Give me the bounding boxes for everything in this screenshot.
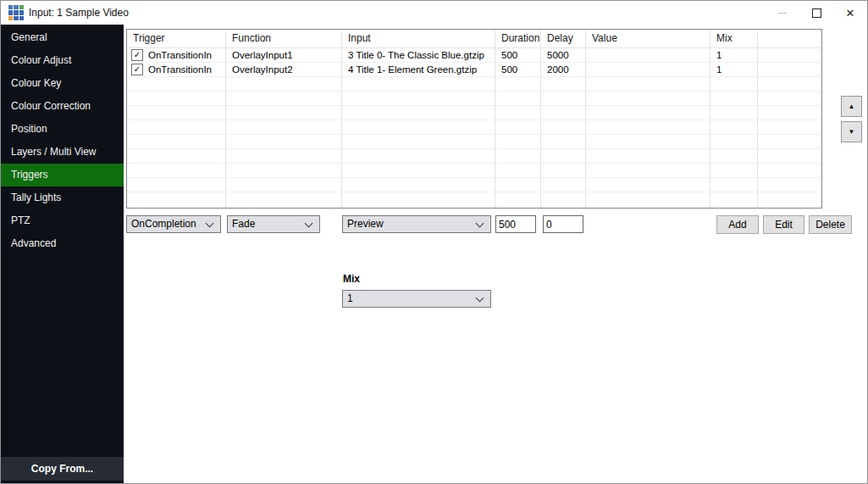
- column-header-trigger: Trigger: [127, 30, 226, 48]
- table-row-empty: [127, 106, 822, 120]
- column-header-duration: Duration: [495, 30, 541, 48]
- table-cell: 500: [495, 48, 541, 63]
- table-cell: [586, 178, 710, 192]
- table-cell: [495, 77, 541, 92]
- table-row-empty: [127, 135, 822, 149]
- table-cell: [342, 192, 495, 207]
- chevron-down-icon: [305, 220, 313, 228]
- move-up-button[interactable]: ▲: [841, 96, 862, 117]
- table-row[interactable]: ✓OnTransitionInOverlayInput24 Title 1- E…: [127, 63, 822, 77]
- table-row-empty: [127, 192, 822, 207]
- column-header-function: Function: [226, 30, 342, 48]
- column-header-delay: Delay: [541, 30, 586, 48]
- chevron-down-icon: [476, 294, 484, 303]
- table-cell: [541, 164, 586, 178]
- triggers-table[interactable]: TriggerFunctionInputDurationDelayValueMi…: [126, 29, 822, 209]
- delete-button[interactable]: Delete: [809, 215, 852, 234]
- table-cell: [758, 207, 822, 209]
- table-cell: [226, 149, 342, 164]
- app-icon-cell: [8, 10, 13, 14]
- table-cell: [127, 135, 226, 149]
- table-cell: [710, 135, 758, 149]
- delay-field[interactable]: [543, 215, 583, 233]
- table-cell: [758, 92, 822, 106]
- mix-dropdown[interactable]: 1: [342, 290, 491, 308]
- table-cell: [342, 178, 495, 192]
- maximize-icon: [812, 8, 821, 18]
- table-cell: [541, 120, 586, 135]
- close-button[interactable]: ✕: [833, 1, 867, 25]
- maximize-button[interactable]: [799, 1, 833, 25]
- table-row[interactable]: ✓OnTransitionInOverlayInput13 Title 0- T…: [127, 48, 822, 63]
- trigger-type-value: OnCompletion: [131, 216, 196, 232]
- table-cell: [495, 106, 541, 120]
- table-row-empty: [127, 178, 822, 192]
- sidebar-item-tally-lights[interactable]: Tally Lights: [1, 186, 124, 209]
- table-cell: 5000: [541, 48, 586, 63]
- app-icon-cell: [19, 16, 24, 20]
- table-cell: OverlayInput1: [226, 48, 342, 63]
- table-cell: [342, 120, 495, 135]
- duration-field[interactable]: [495, 215, 536, 233]
- table-cell: [495, 207, 541, 209]
- table-cell: [127, 106, 226, 120]
- table-cell: [226, 92, 342, 106]
- table-cell: [586, 149, 710, 164]
- table-cell: [127, 77, 226, 92]
- table-cell: [586, 77, 710, 92]
- table-cell: [586, 192, 710, 207]
- chevron-down-icon: [476, 220, 484, 228]
- table-cell: [710, 178, 758, 192]
- table-cell: [710, 120, 758, 135]
- table-cell: ✓OnTransitionIn: [127, 48, 226, 63]
- sidebar-item-position[interactable]: Position: [1, 118, 124, 141]
- function-dropdown[interactable]: Fade: [227, 215, 320, 233]
- table-cell: [758, 120, 822, 135]
- copy-from-button[interactable]: Copy From...: [1, 457, 124, 481]
- sidebar-item-general[interactable]: General: [1, 26, 124, 49]
- table-cell: [710, 92, 758, 106]
- table-header-row: TriggerFunctionInputDurationDelayValueMi…: [127, 30, 822, 48]
- row-checkbox[interactable]: ✓: [131, 64, 143, 75]
- table-cell: [342, 164, 495, 178]
- table-cell: [541, 149, 586, 164]
- column-header-value: Value: [586, 30, 710, 48]
- sidebar-item-layers-multi-view[interactable]: Layers / Multi View: [1, 141, 124, 164]
- table-cell: [226, 120, 342, 135]
- table-cell: [541, 178, 586, 192]
- trigger-type-dropdown[interactable]: OnCompletion: [126, 215, 221, 233]
- table-cell: [758, 164, 822, 178]
- table-cell: [541, 207, 586, 209]
- row-checkbox[interactable]: ✓: [131, 49, 143, 61]
- table-cell: [586, 164, 710, 178]
- add-button[interactable]: Add: [716, 215, 759, 234]
- minimize-button[interactable]: [766, 1, 799, 25]
- sidebar-item-colour-key[interactable]: Colour Key: [1, 72, 124, 95]
- table-cell: [226, 106, 342, 120]
- table-cell: [127, 120, 226, 135]
- edit-button[interactable]: Edit: [763, 215, 804, 234]
- app-icon-cell: [19, 5, 24, 9]
- table-cell: [342, 106, 495, 120]
- column-header-blank: [758, 30, 822, 48]
- column-header-mix: Mix: [710, 30, 758, 48]
- table-row-empty: [127, 149, 822, 164]
- table-cell: [342, 149, 495, 164]
- table-cell: [758, 77, 822, 92]
- move-down-button[interactable]: ▼: [841, 121, 862, 142]
- down-arrow-icon: ▼: [849, 128, 855, 136]
- table-cell: [495, 135, 541, 149]
- table-cell: 3 Title 0- The Classic Blue.gtzip: [342, 48, 495, 63]
- sidebar-item-colour-adjust[interactable]: Colour Adjust: [1, 49, 124, 72]
- table-cell: [541, 77, 586, 92]
- table-cell: [541, 106, 586, 120]
- table-cell: [710, 207, 758, 209]
- table-row-empty: [127, 207, 822, 209]
- sidebar-item-ptz[interactable]: PTZ: [1, 209, 124, 232]
- sidebar-item-advanced[interactable]: Advanced: [1, 232, 124, 255]
- sidebar-item-triggers[interactable]: Triggers: [1, 164, 124, 186]
- window-title: Input: 1 Sample Video: [29, 1, 129, 25]
- input-dropdown[interactable]: Preview: [342, 215, 491, 233]
- window-controls: ✕: [766, 1, 867, 25]
- sidebar-item-colour-correction[interactable]: Colour Correction: [1, 95, 124, 118]
